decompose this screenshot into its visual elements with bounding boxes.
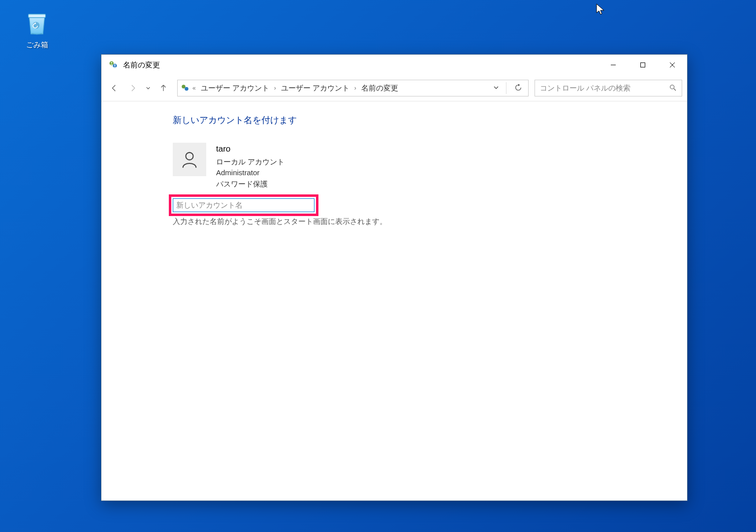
svg-line-13 <box>674 89 676 91</box>
maximize-button[interactable] <box>628 55 658 75</box>
user-accounts-icon <box>108 60 118 70</box>
nav-back-button[interactable] <box>106 80 122 96</box>
content-area: 新しいアカウント名を付けます taro ローカル アカウント Administr… <box>101 101 687 501</box>
chevron-right-icon[interactable]: › <box>353 85 357 92</box>
svg-point-10 <box>182 85 186 89</box>
svg-point-12 <box>670 85 674 89</box>
separator <box>506 82 506 94</box>
search-box[interactable] <box>535 80 682 96</box>
breadcrumb-change-name[interactable]: 名前の変更 <box>359 84 400 93</box>
window-title: 名前の変更 <box>123 61 160 70</box>
svg-point-3 <box>111 62 112 63</box>
account-summary: taro ローカル アカウント Administrator パスワード保護 <box>173 143 687 189</box>
account-protection: パスワード保護 <box>216 179 284 190</box>
chevron-right-icon[interactable]: › <box>273 85 277 92</box>
svg-rect-0 <box>29 14 46 18</box>
account-username: taro <box>216 143 284 156</box>
breadcrumb-root[interactable]: « <box>191 85 197 92</box>
search-icon[interactable] <box>669 84 677 93</box>
address-bar[interactable]: « ユーザー アカウント › ユーザー アカウント › 名前の変更 <box>177 80 529 96</box>
minimize-button[interactable] <box>598 55 628 75</box>
svg-point-11 <box>185 87 189 91</box>
address-icon <box>181 84 189 93</box>
address-dropdown-button[interactable] <box>491 82 501 94</box>
titlebar: 名前の変更 <box>101 55 687 75</box>
close-button[interactable] <box>658 55 687 75</box>
account-type: ローカル アカウント <box>216 156 284 168</box>
nav-recent-dropdown[interactable] <box>144 86 153 91</box>
search-input[interactable] <box>540 84 665 92</box>
breadcrumb-user-accounts-2[interactable]: ユーザー アカウント <box>279 84 351 93</box>
new-account-name-input[interactable] <box>173 198 315 212</box>
refresh-button[interactable] <box>511 81 525 96</box>
account-role: Administrator <box>216 167 284 179</box>
svg-point-5 <box>114 64 116 66</box>
cursor-icon <box>596 3 605 16</box>
avatar <box>173 143 206 176</box>
recycle-bin-label: ごみ箱 <box>15 40 59 50</box>
nav-forward-button[interactable] <box>125 80 141 96</box>
navigation-bar: « ユーザー アカウント › ユーザー アカウント › 名前の変更 <box>101 75 687 101</box>
nav-up-button[interactable] <box>156 80 171 96</box>
page-heading: 新しいアカウント名を付けます <box>173 114 687 126</box>
svg-point-14 <box>186 153 193 160</box>
svg-rect-7 <box>641 63 645 67</box>
breadcrumb-user-accounts-1[interactable]: ユーザー アカウント <box>199 84 271 93</box>
desktop-recycle-bin[interactable]: ごみ箱 <box>15 10 59 50</box>
recycle-bin-icon <box>23 10 51 37</box>
input-hint-text: 入力された名前がようこそ画面とスタート画面に表示されます。 <box>173 217 687 226</box>
control-panel-window: 名前の変更 <box>101 54 688 501</box>
